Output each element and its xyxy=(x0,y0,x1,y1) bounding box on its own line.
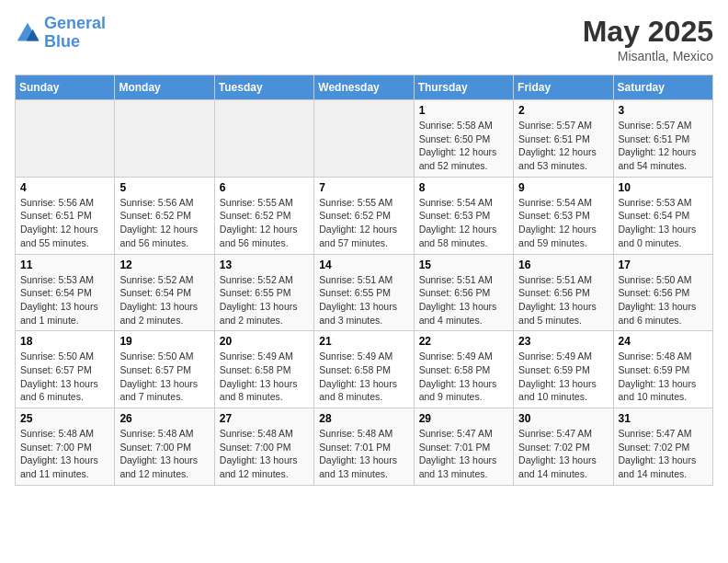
calendar-cell: 14Sunrise: 5:51 AMSunset: 6:55 PMDayligh… xyxy=(314,254,414,331)
calendar-cell: 22Sunrise: 5:49 AMSunset: 6:58 PMDayligh… xyxy=(414,331,513,408)
calendar-cell: 26Sunrise: 5:48 AMSunset: 7:00 PMDayligh… xyxy=(115,408,214,486)
title-block: May 2025 Misantla, Mexico xyxy=(583,15,713,63)
calendar-cell: 20Sunrise: 5:49 AMSunset: 6:58 PMDayligh… xyxy=(214,331,313,408)
calendar-cell: 18Sunrise: 5:50 AMSunset: 6:57 PMDayligh… xyxy=(16,331,115,408)
calendar-cell xyxy=(214,100,313,178)
day-info: Sunrise: 5:49 AMSunset: 6:58 PMDaylight:… xyxy=(419,350,508,404)
logo-text: General Blue xyxy=(44,15,106,52)
calendar-cell: 24Sunrise: 5:48 AMSunset: 6:59 PMDayligh… xyxy=(613,331,712,408)
weekday-header: Friday xyxy=(514,75,613,100)
day-number: 12 xyxy=(119,259,209,271)
calendar-cell: 4Sunrise: 5:56 AMSunset: 6:51 PMDaylight… xyxy=(16,177,115,254)
day-number: 24 xyxy=(619,335,708,348)
month-year: May 2025 xyxy=(583,15,713,49)
day-number: 19 xyxy=(119,335,209,348)
day-number: 31 xyxy=(619,412,708,425)
day-info: Sunrise: 5:49 AMSunset: 6:59 PMDaylight:… xyxy=(518,350,608,404)
day-number: 10 xyxy=(619,181,708,194)
calendar-cell: 11Sunrise: 5:53 AMSunset: 6:54 PMDayligh… xyxy=(16,254,115,331)
calendar-cell: 10Sunrise: 5:53 AMSunset: 6:54 PMDayligh… xyxy=(613,177,712,254)
day-number: 27 xyxy=(220,412,309,425)
day-info: Sunrise: 5:57 AMSunset: 6:51 PMDaylight:… xyxy=(619,119,708,173)
calendar-cell xyxy=(16,100,115,178)
calendar-cell: 28Sunrise: 5:48 AMSunset: 7:01 PMDayligh… xyxy=(314,408,414,486)
day-number: 18 xyxy=(20,335,109,348)
calendar-cell: 19Sunrise: 5:50 AMSunset: 6:57 PMDayligh… xyxy=(115,331,214,408)
day-number: 7 xyxy=(319,181,408,194)
day-number: 21 xyxy=(319,335,408,348)
calendar-cell: 6Sunrise: 5:55 AMSunset: 6:52 PMDaylight… xyxy=(214,177,313,254)
day-info: Sunrise: 5:53 AMSunset: 6:54 PMDaylight:… xyxy=(20,273,109,327)
day-number: 28 xyxy=(319,412,408,425)
calendar-cell: 7Sunrise: 5:55 AMSunset: 6:52 PMDaylight… xyxy=(314,177,414,254)
day-info: Sunrise: 5:49 AMSunset: 6:58 PMDaylight:… xyxy=(220,350,309,404)
day-number: 17 xyxy=(619,259,708,271)
day-info: Sunrise: 5:56 AMSunset: 6:51 PMDaylight:… xyxy=(20,196,109,250)
weekday-header: Saturday xyxy=(613,75,712,100)
calendar-cell: 9Sunrise: 5:54 AMSunset: 6:53 PMDaylight… xyxy=(514,177,613,254)
calendar-cell xyxy=(115,100,214,178)
day-info: Sunrise: 5:50 AMSunset: 6:57 PMDaylight:… xyxy=(119,350,209,404)
weekday-header: Thursday xyxy=(414,75,513,100)
weekday-header: Wednesday xyxy=(314,75,414,100)
day-info: Sunrise: 5:47 AMSunset: 7:02 PMDaylight:… xyxy=(518,427,608,481)
day-number: 4 xyxy=(20,181,109,194)
day-info: Sunrise: 5:58 AMSunset: 6:50 PMDaylight:… xyxy=(419,119,508,173)
day-info: Sunrise: 5:52 AMSunset: 6:55 PMDaylight:… xyxy=(220,273,309,327)
day-number: 3 xyxy=(619,104,708,117)
day-info: Sunrise: 5:50 AMSunset: 6:57 PMDaylight:… xyxy=(20,350,109,404)
day-info: Sunrise: 5:57 AMSunset: 6:51 PMDaylight:… xyxy=(518,119,608,173)
day-number: 11 xyxy=(20,259,109,271)
day-info: Sunrise: 5:53 AMSunset: 6:54 PMDaylight:… xyxy=(619,196,708,250)
day-info: Sunrise: 5:47 AMSunset: 7:01 PMDaylight:… xyxy=(419,427,508,481)
day-number: 26 xyxy=(119,412,209,425)
calendar-cell: 2Sunrise: 5:57 AMSunset: 6:51 PMDaylight… xyxy=(514,100,613,178)
weekday-header: Monday xyxy=(115,75,214,100)
calendar-header-row: SundayMondayTuesdayWednesdayThursdayFrid… xyxy=(16,75,713,100)
day-info: Sunrise: 5:48 AMSunset: 7:00 PMDaylight:… xyxy=(20,427,109,481)
logo-line2: Blue xyxy=(44,32,80,51)
calendar-cell: 12Sunrise: 5:52 AMSunset: 6:54 PMDayligh… xyxy=(115,254,214,331)
day-info: Sunrise: 5:47 AMSunset: 7:02 PMDaylight:… xyxy=(619,427,708,481)
calendar-cell: 3Sunrise: 5:57 AMSunset: 6:51 PMDaylight… xyxy=(613,100,712,178)
calendar-cell: 1Sunrise: 5:58 AMSunset: 6:50 PMDaylight… xyxy=(414,100,513,178)
calendar-week-row: 4Sunrise: 5:56 AMSunset: 6:51 PMDaylight… xyxy=(16,177,713,254)
day-info: Sunrise: 5:55 AMSunset: 6:52 PMDaylight:… xyxy=(319,196,408,250)
day-number: 15 xyxy=(419,259,508,271)
calendar-cell: 25Sunrise: 5:48 AMSunset: 7:00 PMDayligh… xyxy=(16,408,115,486)
day-info: Sunrise: 5:54 AMSunset: 6:53 PMDaylight:… xyxy=(419,196,508,250)
day-number: 2 xyxy=(518,104,608,117)
day-info: Sunrise: 5:56 AMSunset: 6:52 PMDaylight:… xyxy=(119,196,209,250)
calendar-week-row: 1Sunrise: 5:58 AMSunset: 6:50 PMDaylight… xyxy=(16,100,713,178)
calendar-cell: 29Sunrise: 5:47 AMSunset: 7:01 PMDayligh… xyxy=(414,408,513,486)
day-number: 14 xyxy=(319,259,408,271)
day-info: Sunrise: 5:51 AMSunset: 6:56 PMDaylight:… xyxy=(518,273,608,327)
day-number: 5 xyxy=(119,181,209,194)
calendar-cell: 23Sunrise: 5:49 AMSunset: 6:59 PMDayligh… xyxy=(514,331,613,408)
calendar-cell: 30Sunrise: 5:47 AMSunset: 7:02 PMDayligh… xyxy=(514,408,613,486)
calendar-cell: 16Sunrise: 5:51 AMSunset: 6:56 PMDayligh… xyxy=(514,254,613,331)
calendar-cell xyxy=(314,100,414,178)
calendar-week-row: 11Sunrise: 5:53 AMSunset: 6:54 PMDayligh… xyxy=(16,254,713,331)
day-number: 16 xyxy=(518,259,608,271)
logo-icon xyxy=(15,20,40,46)
day-number: 20 xyxy=(220,335,309,348)
day-info: Sunrise: 5:50 AMSunset: 6:56 PMDaylight:… xyxy=(619,273,708,327)
day-number: 29 xyxy=(419,412,508,425)
location: Misantla, Mexico xyxy=(583,49,713,63)
day-number: 6 xyxy=(220,181,309,194)
calendar-cell: 31Sunrise: 5:47 AMSunset: 7:02 PMDayligh… xyxy=(613,408,712,486)
day-info: Sunrise: 5:51 AMSunset: 6:56 PMDaylight:… xyxy=(419,273,508,327)
day-number: 23 xyxy=(518,335,608,348)
calendar-cell: 27Sunrise: 5:48 AMSunset: 7:00 PMDayligh… xyxy=(214,408,313,486)
day-info: Sunrise: 5:54 AMSunset: 6:53 PMDaylight:… xyxy=(518,196,608,250)
day-info: Sunrise: 5:48 AMSunset: 7:00 PMDaylight:… xyxy=(220,427,309,481)
page-header: General Blue May 2025 Misantla, Mexico xyxy=(15,15,713,63)
day-info: Sunrise: 5:51 AMSunset: 6:55 PMDaylight:… xyxy=(319,273,408,327)
logo: General Blue xyxy=(15,15,106,52)
calendar-cell: 5Sunrise: 5:56 AMSunset: 6:52 PMDaylight… xyxy=(115,177,214,254)
calendar-cell: 17Sunrise: 5:50 AMSunset: 6:56 PMDayligh… xyxy=(613,254,712,331)
day-info: Sunrise: 5:52 AMSunset: 6:54 PMDaylight:… xyxy=(119,273,209,327)
day-number: 1 xyxy=(419,104,508,117)
day-number: 25 xyxy=(20,412,109,425)
